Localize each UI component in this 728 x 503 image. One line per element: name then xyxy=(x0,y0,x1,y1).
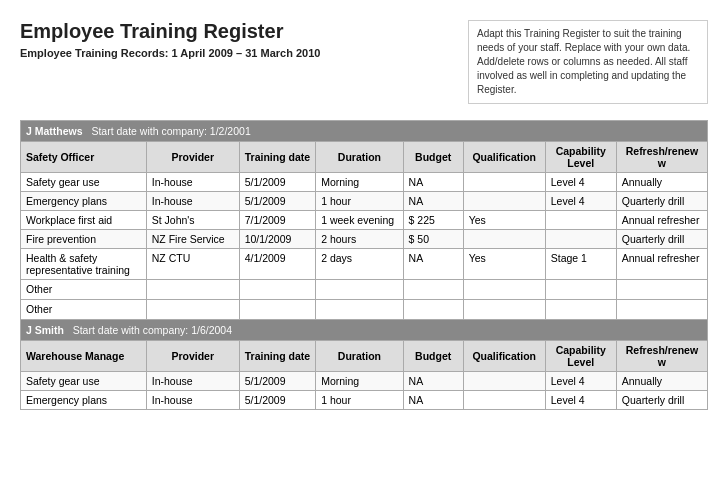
training-cell-qualification xyxy=(463,230,545,249)
training-cell-qualification xyxy=(463,391,545,410)
col-header-qualification: Qualification xyxy=(463,142,545,173)
employee-row: J Matthews Start date with company: 1/2/… xyxy=(21,121,708,142)
training-cell-training_date: 5/1/2009 xyxy=(239,192,316,211)
training-cell-capability: Level 4 xyxy=(545,192,616,211)
training-cell-role: Emergency plans xyxy=(21,192,147,211)
training-cell-provider: In-house xyxy=(146,173,239,192)
col-header-budget: Budget xyxy=(403,142,463,173)
training-cell-qualification: Yes xyxy=(463,211,545,230)
training-cell-provider xyxy=(146,300,239,320)
col-header-role: Warehouse Manage xyxy=(21,341,147,372)
col-header-refresh: Refresh/renew w xyxy=(616,341,707,372)
training-cell-training_date: 10/1/2009 xyxy=(239,230,316,249)
training-cell-refresh: Quarterly drill xyxy=(616,192,707,211)
training-cell-training_date xyxy=(239,300,316,320)
training-cell-role: Safety gear use xyxy=(21,372,147,391)
training-cell-qualification xyxy=(463,372,545,391)
training-cell-capability: Stage 1 xyxy=(545,249,616,280)
training-cell-duration: 1 hour xyxy=(316,391,403,410)
training-cell-role: Other xyxy=(21,280,147,300)
training-cell-budget: NA xyxy=(403,192,463,211)
employee-name: J Smith xyxy=(26,324,64,336)
training-cell-role: Fire prevention xyxy=(21,230,147,249)
training-cell-duration: 1 hour xyxy=(316,192,403,211)
training-cell-budget: NA xyxy=(403,249,463,280)
training-cell-refresh: Annual refresher xyxy=(616,249,707,280)
training-cell-provider: NZ Fire Service xyxy=(146,230,239,249)
employee-start: Start date with company: 1/2/2001 xyxy=(91,125,250,137)
training-cell-capability xyxy=(545,280,616,300)
training-cell-provider: St John's xyxy=(146,211,239,230)
training-cell-refresh: Annual refresher xyxy=(616,211,707,230)
training-row: Other xyxy=(21,280,708,300)
training-cell-role: Workplace first aid xyxy=(21,211,147,230)
training-cell-qualification xyxy=(463,280,545,300)
header-section: Employee Training Register Employee Trai… xyxy=(20,20,708,104)
role-header-row: Safety OfficerProviderTraining dateDurat… xyxy=(21,142,708,173)
training-row: Other xyxy=(21,300,708,320)
training-cell-training_date: 5/1/2009 xyxy=(239,372,316,391)
employee-start: Start date with company: 1/6/2004 xyxy=(73,324,232,336)
employee-row: J Smith Start date with company: 1/6/200… xyxy=(21,320,708,341)
training-cell-role: Safety gear use xyxy=(21,173,147,192)
training-cell-qualification xyxy=(463,192,545,211)
training-cell-provider: In-house xyxy=(146,372,239,391)
col-header-duration: Duration xyxy=(316,142,403,173)
col-header-capability: Capability Level xyxy=(545,341,616,372)
training-cell-budget: NA xyxy=(403,372,463,391)
training-cell-budget: $ 50 xyxy=(403,230,463,249)
training-cell-capability xyxy=(545,230,616,249)
main-title: Employee Training Register xyxy=(20,20,320,43)
training-row: Safety gear useIn-house5/1/2009MorningNA… xyxy=(21,372,708,391)
col-header-training_date: Training date xyxy=(239,341,316,372)
training-cell-refresh: Quarterly drill xyxy=(616,230,707,249)
register-table: J Matthews Start date with company: 1/2/… xyxy=(20,120,708,410)
training-cell-provider: In-house xyxy=(146,192,239,211)
training-cell-capability xyxy=(545,300,616,320)
training-cell-duration: 2 days xyxy=(316,249,403,280)
col-header-capability: Capability Level xyxy=(545,142,616,173)
training-cell-budget: NA xyxy=(403,173,463,192)
training-cell-duration: 2 hours xyxy=(316,230,403,249)
training-row: Health & safety representative trainingN… xyxy=(21,249,708,280)
training-cell-provider: NZ CTU xyxy=(146,249,239,280)
role-header-row: Warehouse ManageProviderTraining dateDur… xyxy=(21,341,708,372)
training-cell-capability: Level 4 xyxy=(545,372,616,391)
training-cell-refresh xyxy=(616,300,707,320)
training-cell-training_date: 5/1/2009 xyxy=(239,173,316,192)
training-row: Fire preventionNZ Fire Service10/1/20092… xyxy=(21,230,708,249)
training-cell-qualification: Yes xyxy=(463,249,545,280)
col-header-duration: Duration xyxy=(316,341,403,372)
training-cell-budget xyxy=(403,300,463,320)
training-cell-capability xyxy=(545,211,616,230)
training-cell-role: Other xyxy=(21,300,147,320)
training-cell-budget xyxy=(403,280,463,300)
training-cell-training_date xyxy=(239,280,316,300)
training-row: Safety gear useIn-house5/1/2009MorningNA… xyxy=(21,173,708,192)
subtitle: Employee Training Records: 1 April 2009 … xyxy=(20,47,320,59)
training-row: Workplace first aidSt John's7/1/20091 we… xyxy=(21,211,708,230)
training-row: Emergency plansIn-house5/1/20091 hourNAL… xyxy=(21,192,708,211)
training-cell-training_date: 4/1/2009 xyxy=(239,249,316,280)
header-left: Employee Training Register Employee Trai… xyxy=(20,20,320,59)
training-cell-refresh: Quarterly drill xyxy=(616,391,707,410)
training-cell-capability: Level 4 xyxy=(545,391,616,410)
col-header-budget: Budget xyxy=(403,341,463,372)
training-cell-training_date: 7/1/2009 xyxy=(239,211,316,230)
header-description: Adapt this Training Register to suit the… xyxy=(468,20,708,104)
training-cell-refresh xyxy=(616,280,707,300)
col-header-role: Safety Officer xyxy=(21,142,147,173)
training-cell-duration xyxy=(316,300,403,320)
training-cell-refresh: Annually xyxy=(616,173,707,192)
col-header-training_date: Training date xyxy=(239,142,316,173)
training-cell-budget: NA xyxy=(403,391,463,410)
training-row: Emergency plansIn-house5/1/20091 hourNAL… xyxy=(21,391,708,410)
training-cell-role: Health & safety representative training xyxy=(21,249,147,280)
col-header-refresh: Refresh/renew w xyxy=(616,142,707,173)
training-cell-provider: In-house xyxy=(146,391,239,410)
training-cell-provider xyxy=(146,280,239,300)
col-header-provider: Provider xyxy=(146,341,239,372)
training-cell-capability: Level 4 xyxy=(545,173,616,192)
training-cell-training_date: 5/1/2009 xyxy=(239,391,316,410)
employee-name: J Matthews xyxy=(26,125,83,137)
